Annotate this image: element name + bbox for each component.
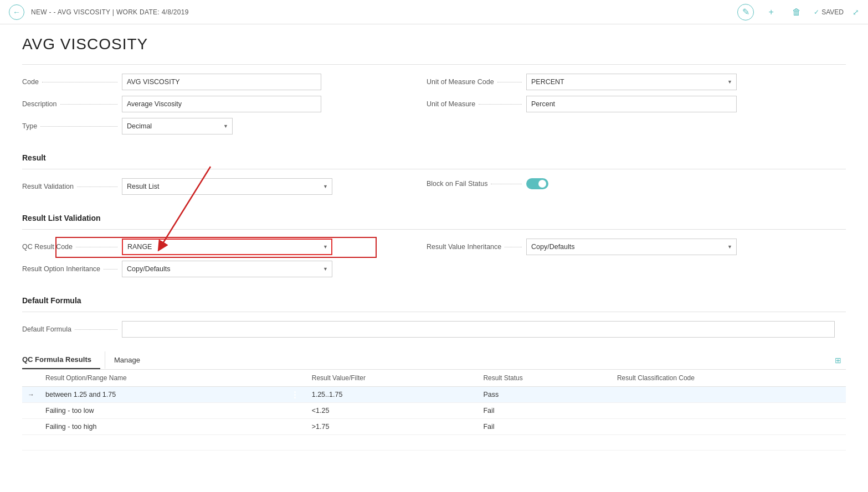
header-actions: ✎ + 🗑 ✓ SAVED ⤢ <box>737 4 859 20</box>
table-row[interactable]: Failing - too high >1.75 Fail <box>22 419 846 435</box>
row-arrow-icon: → <box>28 391 34 398</box>
table-section: QC Formula Results Manage ⊞ Result Optio… <box>22 351 846 450</box>
expand-icon: ⤢ <box>852 8 859 17</box>
toggle-slider <box>526 178 548 189</box>
type-label: Type <box>22 122 122 130</box>
block-on-fail-label: Block on Fail Status <box>427 180 526 188</box>
top-divider <box>22 64 846 65</box>
result-form-cols: Result Validation Result List None Range… <box>22 178 846 200</box>
col-menu <box>284 370 306 387</box>
result-validation-label: Result Validation <box>22 183 122 190</box>
result-section: Result Result Validation Result List Non… <box>22 153 846 200</box>
page-content: AVG VISCOSITY Code Description Type Deci… <box>0 24 868 486</box>
result-option-inheritance-row: Result Option Inheritance Copy/Defaults … <box>22 261 427 277</box>
description-input[interactable] <box>122 96 321 112</box>
row-classification-cell <box>612 419 846 435</box>
qc-result-code-label: QC Result Code <box>22 243 122 251</box>
menu-dots-icon <box>289 388 302 401</box>
check-icon: ✓ <box>814 8 819 16</box>
qc-result-code-select-wrapper: RANGE <box>122 239 332 255</box>
result-list-col-left: QC Result Code RANGE Result Option Inher… <box>22 239 427 283</box>
empty-cell <box>284 435 306 450</box>
block-on-fail-toggle[interactable] <box>526 178 548 189</box>
empty-cell <box>22 435 40 450</box>
qc-result-code-select[interactable]: RANGE <box>122 239 332 255</box>
uom-code-select[interactable]: PERCENT <box>526 74 737 90</box>
result-list-divider <box>22 229 846 230</box>
empty-cell <box>477 435 612 450</box>
type-row: Type Decimal Integer Text Boolean <box>22 118 427 134</box>
type-select-wrapper: Decimal Integer Text Boolean <box>122 118 233 134</box>
result-list-section: Result List Validation QC Result Code RA… <box>22 214 846 283</box>
data-table: Result Option/Range Name Result Value/Fi… <box>22 370 846 450</box>
qc-result-code-row: QC Result Code RANGE <box>22 239 427 255</box>
table-header: Result Option/Range Name Result Value/Fi… <box>22 370 846 387</box>
edit-button[interactable]: ✎ <box>737 4 754 20</box>
header-bar: ← NEW - - AVG VISCOSITY | WORK DATE: 4/8… <box>0 0 868 24</box>
default-formula-section: Default Formula Default Formula <box>22 296 846 338</box>
back-button[interactable]: ← <box>9 4 24 20</box>
uom-code-label: Unit of Measure Code <box>427 78 526 86</box>
result-value-inheritance-select-wrapper: Copy/Defaults None Inherit <box>526 239 737 255</box>
result-value-inheritance-row: Result Value Inheritance Copy/Defaults N… <box>427 239 846 255</box>
result-col-right: Block on Fail Status <box>427 178 846 200</box>
row-name-cell: Failing - too high <box>40 419 284 435</box>
row-name-cell: Failing - too low <box>40 403 284 419</box>
code-row: Code <box>22 74 427 90</box>
tab-manage[interactable]: Manage <box>105 351 149 369</box>
uom-input[interactable] <box>526 96 737 112</box>
tab-qc-formula-results[interactable]: QC Formula Results <box>22 351 100 369</box>
result-validation-select[interactable]: Result List None Range Limit <box>122 178 332 195</box>
delete-button[interactable]: 🗑 <box>788 4 805 20</box>
row-arrow-cell: → <box>22 387 40 403</box>
result-value-inheritance-select[interactable]: Copy/Defaults None Inherit <box>526 239 737 255</box>
add-button[interactable]: + <box>763 4 779 20</box>
uom-row: Unit of Measure <box>427 96 846 112</box>
result-validation-select-wrapper: Result List None Range Limit <box>122 178 332 195</box>
add-icon: + <box>769 7 774 17</box>
expand-button[interactable]: ⤢ <box>852 8 859 17</box>
result-value-inheritance-label: Result Value Inheritance <box>427 243 526 251</box>
row-menu-cell[interactable] <box>284 387 306 403</box>
page-title: AVG VISCOSITY <box>22 35 846 53</box>
result-option-inheritance-label: Result Option Inheritance <box>22 265 122 273</box>
edit-icon: ✎ <box>742 7 749 17</box>
row-status-cell: Fail <box>477 403 612 419</box>
result-list-col-right: Result Value Inheritance Copy/Defaults N… <box>427 239 846 283</box>
table-body: → between 1.25 and 1.75 1.25..1.75 Pass <box>22 387 846 450</box>
description-label: Description <box>22 100 122 108</box>
code-label: Code <box>22 78 122 86</box>
saved-status: ✓ SAVED <box>814 8 844 16</box>
table-expand-icon[interactable]: ⊞ <box>830 351 846 369</box>
row-arrow-cell <box>22 403 40 419</box>
table-row[interactable]: → between 1.25 and 1.75 1.25..1.75 Pass <box>22 387 846 403</box>
code-input[interactable] <box>122 74 321 90</box>
type-select[interactable]: Decimal Integer Text Boolean <box>122 118 233 134</box>
table-row-empty <box>22 435 846 450</box>
col-result-option-name: Result Option/Range Name <box>40 370 284 387</box>
back-icon: ← <box>13 8 20 17</box>
row-name-cell: between 1.25 and 1.75 <box>40 387 284 403</box>
delete-icon: 🗑 <box>792 7 801 17</box>
col-result-classification: Result Classification Code <box>612 370 846 387</box>
header-title: NEW - - AVG VISCOSITY | WORK DATE: 4/8/2… <box>31 8 189 16</box>
col-result-value: Result Value/Filter <box>306 370 478 387</box>
result-option-inheritance-select[interactable]: Copy/Defaults None Inherit <box>122 261 332 277</box>
default-formula-input[interactable] <box>122 321 835 338</box>
result-list-heading: Result List Validation <box>22 214 846 222</box>
row-arrow-cell <box>22 419 40 435</box>
result-option-inheritance-select-wrapper: Copy/Defaults None Inherit <box>122 261 332 277</box>
row-status-cell: Pass <box>477 387 612 403</box>
tabs-bar: QC Formula Results Manage ⊞ <box>22 351 846 370</box>
row-value-cell: >1.75 <box>306 419 478 435</box>
empty-cell <box>40 435 284 450</box>
uom-code-row: Unit of Measure Code PERCENT <box>427 74 846 90</box>
col-result-status: Result Status <box>477 370 612 387</box>
table-row[interactable]: Failing - too low <1.25 Fail <box>22 403 846 419</box>
default-formula-row: Default Formula <box>22 321 846 338</box>
row-value-cell: <1.25 <box>306 403 478 419</box>
result-col-left: Result Validation Result List None Range… <box>22 178 427 200</box>
row-classification-cell <box>612 403 846 419</box>
row-menu-cell <box>284 403 306 419</box>
row-classification-cell <box>612 387 846 403</box>
